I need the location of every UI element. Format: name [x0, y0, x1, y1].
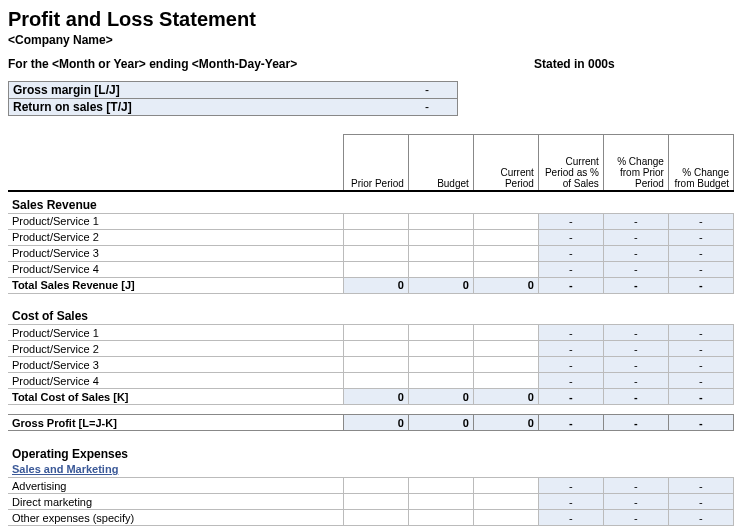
- total-1-v0: 0: [343, 389, 408, 405]
- row-1-3-v4: -: [603, 373, 668, 389]
- gross-profit: Gross Profit [L=J-K]000---: [8, 415, 734, 431]
- total-0-v2: 0: [473, 277, 538, 293]
- opex-row-0-v0: [343, 478, 408, 494]
- row-1-2-v4: -: [603, 357, 668, 373]
- total-0-v3: -: [538, 277, 603, 293]
- total-1-v5: -: [668, 389, 733, 405]
- opex-row-2-v2: [473, 510, 538, 526]
- total-0-v1: 0: [408, 277, 473, 293]
- row-0-3-v3: -: [538, 261, 603, 277]
- period-row: For the <Month or Year> ending <Month-Da…: [8, 57, 734, 71]
- row-1-1-v0: [343, 341, 408, 357]
- row-1-1-v5: -: [668, 341, 733, 357]
- row-0-0-v5: -: [668, 213, 733, 229]
- opex-row-1-v3: -: [538, 494, 603, 510]
- row-0-0-v0: [343, 213, 408, 229]
- row-1-2-v1: [408, 357, 473, 373]
- col-header-budget: Budget: [408, 135, 473, 191]
- row-1-0-v0: [343, 325, 408, 341]
- stated-in: Stated in 000s: [534, 57, 734, 71]
- row-0-2-v3: -: [538, 245, 603, 261]
- opex-row-2-label: Other expenses (specify): [8, 510, 343, 526]
- opex-row-0-v1: [408, 478, 473, 494]
- row-1-2-v5: -: [668, 357, 733, 373]
- col-header-pct-prior: % Change from Prior Period: [603, 135, 668, 191]
- row-1-1-v1: [408, 341, 473, 357]
- total-1-v3: -: [538, 389, 603, 405]
- page-title: Profit and Loss Statement: [8, 8, 734, 31]
- gross-profit-v4: -: [603, 415, 668, 431]
- row-0-1-v3: -: [538, 229, 603, 245]
- opex-row-0-v4: -: [603, 478, 668, 494]
- row-1-2-v2: [473, 357, 538, 373]
- opex-row-2: Other expenses (specify)---: [8, 510, 734, 526]
- row-0-1-label: Product/Service 2: [8, 229, 343, 245]
- section-head-0: Sales Revenue: [8, 191, 734, 214]
- opex-sub-cell: Sales and Marketing: [8, 462, 734, 478]
- row-0-0-label: Product/Service 1: [8, 213, 343, 229]
- row-1-2-v0: [343, 357, 408, 373]
- row-1-2: Product/Service 3---: [8, 357, 734, 373]
- company-name: <Company Name>: [8, 33, 734, 47]
- gross-profit-v3: -: [538, 415, 603, 431]
- opex-row-2-v4: -: [603, 510, 668, 526]
- row-1-3-v0: [343, 373, 408, 389]
- col-header-pct-sales: Current Period as % of Sales: [538, 135, 603, 191]
- row-1-0-v4: -: [603, 325, 668, 341]
- opex-row-1-v0: [343, 494, 408, 510]
- opex-head-cell: Operating Expenses: [8, 441, 734, 462]
- opex-row-0-v2: [473, 478, 538, 494]
- opex-row-0: Advertising---: [8, 478, 734, 494]
- section-head-1: Cost of Sales: [8, 303, 734, 325]
- row-0-0: Product/Service 1---: [8, 213, 734, 229]
- row-0-1-v5: -: [668, 229, 733, 245]
- row-0-3-v2: [473, 261, 538, 277]
- period-label: For the <Month or Year> ending <Month-Da…: [8, 57, 458, 71]
- pl-table: Prior Period Budget Current Period Curre…: [8, 134, 734, 526]
- section-head-0-cell: Sales Revenue: [8, 191, 734, 214]
- opex-row-2-v3: -: [538, 510, 603, 526]
- row-0-2-label: Product/Service 3: [8, 245, 343, 261]
- row-1-0-v3: -: [538, 325, 603, 341]
- opex-row-1-label: Direct marketing: [8, 494, 343, 510]
- row-0-2-v5: -: [668, 245, 733, 261]
- row-1-1-v4: -: [603, 341, 668, 357]
- row-0-0-v3: -: [538, 213, 603, 229]
- gross-profit-v0: 0: [343, 415, 408, 431]
- gross-profit-v5: -: [668, 415, 733, 431]
- row-1-1: Product/Service 2---: [8, 341, 734, 357]
- metric-gross-margin-label: Gross margin [L/J]: [9, 82, 397, 98]
- row-1-0-v2: [473, 325, 538, 341]
- row-0-0-v2: [473, 213, 538, 229]
- row-0-3-v0: [343, 261, 408, 277]
- header-row: Prior Period Budget Current Period Curre…: [8, 135, 734, 191]
- row-1-0-v1: [408, 325, 473, 341]
- col-header-pct-budget: % Change from Budget: [668, 135, 733, 191]
- row-0-3-label: Product/Service 4: [8, 261, 343, 277]
- total-0: Total Sales Revenue [J]000---: [8, 277, 734, 293]
- row-1-3: Product/Service 4---: [8, 373, 734, 389]
- total-0-label: Total Sales Revenue [J]: [8, 277, 343, 293]
- total-0-v0: 0: [343, 277, 408, 293]
- row-1-3-v5: -: [668, 373, 733, 389]
- col-header-prior: Prior Period: [343, 135, 408, 191]
- opex-row-1-v1: [408, 494, 473, 510]
- opex-row-1: Direct marketing---: [8, 494, 734, 510]
- row-0-2-v2: [473, 245, 538, 261]
- row-1-3-label: Product/Service 4: [8, 373, 343, 389]
- total-1-v2: 0: [473, 389, 538, 405]
- metric-return-on-sales-label: Return on sales [T/J]: [9, 99, 397, 115]
- metric-return-on-sales-value: -: [397, 99, 457, 115]
- opex-sub: Sales and Marketing: [8, 462, 734, 478]
- opex-row-0-v5: -: [668, 478, 733, 494]
- row-1-3-v1: [408, 373, 473, 389]
- row-0-1-v4: -: [603, 229, 668, 245]
- row-1-1-v2: [473, 341, 538, 357]
- row-0-2-v4: -: [603, 245, 668, 261]
- total-1-v1: 0: [408, 389, 473, 405]
- row-0-2-v0: [343, 245, 408, 261]
- row-0-1-v1: [408, 229, 473, 245]
- row-1-1-label: Product/Service 2: [8, 341, 343, 357]
- opex-row-2-v1: [408, 510, 473, 526]
- opex-head: Operating Expenses: [8, 441, 734, 462]
